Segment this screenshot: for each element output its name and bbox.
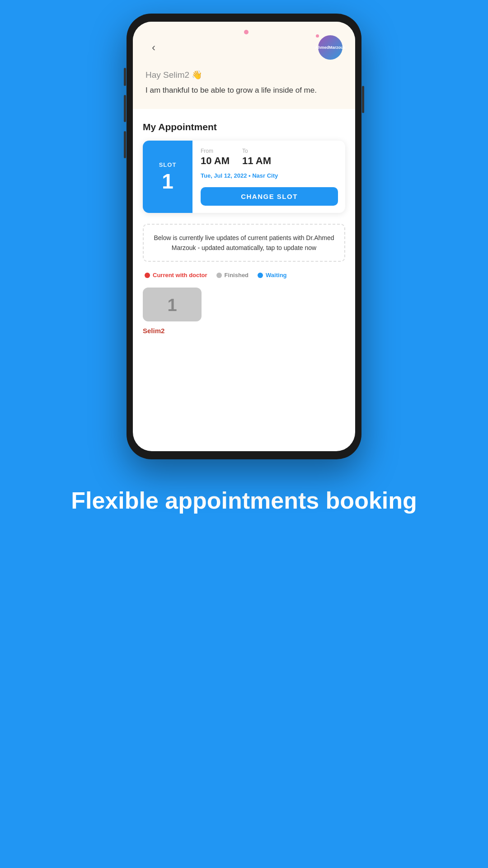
avatar-line1: Ahmed (315, 45, 329, 50)
tagline-section: Flexible appointments booking (44, 468, 444, 868)
to-time: 11 AM (242, 155, 271, 167)
patient-slot-container: 1 Selim2 (143, 288, 345, 335)
waiting-label: Waiting (266, 272, 286, 278)
patient-slot-number: 1 (167, 296, 177, 315)
legend-finished: Finished (216, 272, 249, 278)
patient-name: Selim2 (143, 327, 164, 335)
slot-number: 1 (162, 171, 174, 192)
to-block: To 11 AM (242, 148, 271, 167)
appointment-card: SLOT 1 From 10 AM To 11 AM Tue (143, 141, 345, 213)
date-location: Tue, Jul 12, 2022 • Nasr City (201, 172, 338, 179)
appointment-details: From 10 AM To 11 AM Tue, Jul 12, 2022 • … (192, 141, 345, 213)
decorative-dot-2 (316, 34, 319, 38)
volume-up-button (124, 68, 126, 86)
current-label: Current with doctor (153, 272, 207, 278)
from-block: From 10 AM (201, 148, 230, 167)
top-bar: ‹ Ahmed Marzouk (145, 35, 343, 60)
avatar-line2: Marzouk (329, 45, 346, 50)
greeting-message: I am thankful to be able to grow a life … (145, 85, 343, 96)
live-updates-text: Below is currently live updates of curre… (153, 233, 335, 253)
phone-frame: ‹ Ahmed Marzouk Hay Selim2 👋 I am thankf… (127, 14, 361, 459)
greeting-name: Hay Selim2 👋 (145, 70, 343, 80)
appointment-section-title: My Appointment (143, 122, 345, 132)
decorative-dot-1 (244, 30, 249, 34)
phone-screen: ‹ Ahmed Marzouk Hay Selim2 👋 I am thankf… (133, 22, 355, 451)
waiting-dot (258, 273, 263, 278)
power-button (362, 86, 364, 113)
avatar[interactable]: Ahmed Marzouk (318, 35, 343, 60)
live-updates-box[interactable]: Below is currently live updates of curre… (143, 224, 345, 262)
legend-waiting: Waiting (258, 272, 286, 278)
legend-row: Current with doctor Finished Waiting (143, 272, 345, 278)
slot-panel: SLOT 1 (143, 141, 192, 213)
volume-down-button (124, 95, 126, 122)
time-row: From 10 AM To 11 AM (201, 148, 338, 167)
change-slot-button[interactable]: CHANGE SLOT (201, 187, 338, 206)
greeting-section: ‹ Ahmed Marzouk Hay Selim2 👋 I am thankf… (133, 22, 355, 109)
legend-current: Current with doctor (145, 272, 207, 278)
main-content: My Appointment SLOT 1 From 10 AM To (133, 109, 355, 348)
finished-label: Finished (225, 272, 249, 278)
finished-dot (216, 273, 222, 278)
tagline-text: Flexible appointments booking (71, 486, 417, 514)
from-label: From (201, 148, 230, 154)
back-button[interactable]: ‹ (145, 39, 162, 56)
bixby-button (124, 131, 126, 158)
slot-label: SLOT (159, 161, 177, 168)
to-label: To (242, 148, 271, 154)
patient-slot-card: 1 (143, 288, 202, 321)
from-time: 10 AM (201, 155, 230, 167)
current-dot (145, 273, 150, 278)
